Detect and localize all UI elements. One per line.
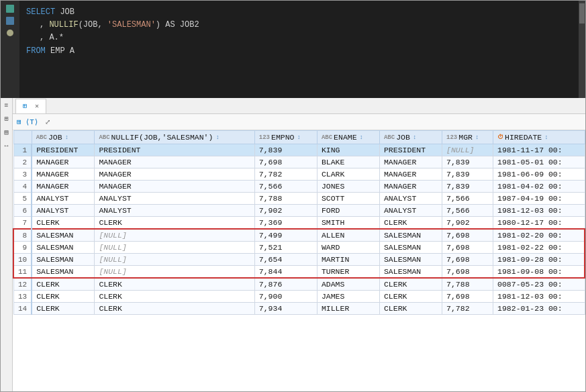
col-header-empno[interactable]: 123 EMPNO ↕	[254, 131, 317, 144]
gutter-icon-rows: ≡	[2, 101, 11, 110]
row-number: 4	[13, 181, 32, 193]
cell-job: MANAGER	[32, 168, 95, 181]
cell-job2: ANALYST	[379, 193, 442, 205]
table-row[interactable]: 5ANALYSTANALYST7,788SCOTTANALYST7,566198…	[13, 193, 585, 205]
table-row[interactable]: 10SALESMAN[NULL]7,654MARTINSALESMAN7,698…	[13, 254, 585, 266]
cell-hiredate: 1980-12-17 00:	[493, 217, 585, 230]
cell-mgr: 7,566	[442, 205, 493, 217]
cell-job2: SALESMAN	[379, 254, 442, 266]
cell-nullif: [NULL]	[95, 229, 254, 242]
cell-empno: 7,788	[254, 193, 317, 205]
table-row[interactable]: 13CLERKCLERK7,900JAMESCLERK7,6981981-12-…	[13, 291, 585, 303]
table-row[interactable]: 1PRESIDENTPRESIDENT7,839KINGPRESIDENT[NU…	[13, 144, 585, 156]
table-row[interactable]: 8SALESMAN[NULL]7,499ALLENSALESMAN7,69819…	[13, 229, 585, 242]
col-header-hiredate[interactable]: ⏱ HIREDATE ↕	[493, 131, 585, 144]
cell-empno: 7,902	[254, 205, 317, 217]
gutter-icon-1	[5, 3, 15, 14]
expand-icon[interactable]: ⤢	[45, 118, 50, 126]
cell-empno: 7,900	[254, 291, 317, 303]
cell-nullif: CLERK	[95, 217, 254, 230]
svg-rect-0	[6, 5, 14, 13]
table-row[interactable]: 3MANAGERMANAGER7,782CLARKMANAGER7,839198…	[13, 168, 585, 181]
gutter-icon-chart: ↔	[2, 141, 11, 150]
cell-job: PRESIDENT	[32, 144, 95, 156]
cell-empno: 7,499	[254, 229, 317, 242]
cell-nullif: CLERK	[95, 291, 254, 303]
cell-job2: SALESMAN	[379, 229, 442, 242]
cell-job: CLERK	[32, 303, 95, 315]
table-row[interactable]: 2MANAGERMANAGER7,698BLAKEMANAGER7,839198…	[13, 156, 585, 168]
cell-mgr: 7,839	[442, 168, 493, 181]
cell-job: SALESMAN	[32, 229, 95, 242]
cell-job2: ANALYST	[379, 205, 442, 217]
row-number: 1	[13, 144, 32, 156]
gutter-icon-3	[5, 28, 15, 38]
col-header-nullif[interactable]: ABC NULLIF(JOB,'SALESMAN') ↕	[95, 131, 254, 144]
cell-mgr: [NULL]	[442, 144, 493, 156]
result-tab[interactable]: ⊞ ✕	[15, 99, 46, 113]
editor-gutter	[1, 1, 19, 98]
cell-job2: MANAGER	[379, 181, 442, 193]
cell-ename: BLAKE	[317, 156, 379, 168]
table-row[interactable]: 9SALESMAN[NULL]7,521WARDSALESMAN7,698198…	[13, 242, 585, 254]
table-row[interactable]: 14CLERKCLERK7,934MILLERCLERK7,7821982-01…	[13, 303, 585, 315]
cell-hiredate: 1987-04-19 00:	[493, 193, 585, 205]
editor-scrollbar[interactable]	[579, 1, 585, 98]
cell-job2: CLERK	[379, 278, 442, 291]
row-number: 13	[13, 291, 32, 303]
table-row[interactable]: 12CLERKCLERK7,876ADAMSCLERK7,7880087-05-…	[13, 278, 585, 291]
cell-hiredate: 1981-11-17 00:	[493, 144, 585, 156]
editor-scrollbar-thumb[interactable]	[579, 3, 585, 23]
row-number: 2	[13, 156, 32, 168]
row-number: 5	[13, 193, 32, 205]
row-number: 10	[13, 254, 32, 266]
cell-nullif: MANAGER	[95, 168, 254, 181]
cell-ename: TURNER	[317, 266, 379, 279]
cell-mgr: 7,698	[442, 242, 493, 254]
col-header-job[interactable]: ABC JOB ↕	[32, 131, 95, 144]
cell-nullif: CLERK	[95, 278, 254, 291]
cell-job: SALESMAN	[32, 254, 95, 266]
cell-job2: CLERK	[379, 291, 442, 303]
cell-job2: CLERK	[379, 217, 442, 230]
cell-ename: MARTIN	[317, 254, 379, 266]
row-number: 6	[13, 205, 32, 217]
cell-empno: 7,844	[254, 266, 317, 279]
col-header-job2[interactable]: ABC JOB ↕	[379, 131, 442, 144]
gutter-icon-grid: ⊞	[2, 114, 11, 124]
col-header-ename[interactable]: ABC ENAME ↕	[317, 131, 379, 144]
col-header-mgr[interactable]: 123 MGR ↕	[442, 131, 493, 144]
cell-ename: JAMES	[317, 291, 379, 303]
cell-mgr: 7,698	[442, 291, 493, 303]
cell-nullif: [NULL]	[95, 254, 254, 266]
row-num-header	[13, 131, 32, 144]
table-row[interactable]: 11SALESMAN[NULL]7,844TURNERSALESMAN7,698…	[13, 266, 585, 279]
cell-mgr: 7,698	[442, 254, 493, 266]
table-header-row: ABC JOB ↕ ABC NULLIF(JOB,'SALESMAN') ↕	[13, 131, 585, 144]
cell-ename: MILLER	[317, 303, 379, 315]
cell-job2: SALESMAN	[379, 266, 442, 279]
table-row[interactable]: 7CLERKCLERK7,369SMITHCLERK7,9021980-12-1…	[13, 217, 585, 230]
cell-nullif: [NULL]	[95, 266, 254, 279]
cell-hiredate: 1981-02-22 00:	[493, 242, 585, 254]
cell-mgr: 7,788	[442, 278, 493, 291]
cell-hiredate: 1981-09-28 00:	[493, 254, 585, 266]
cell-hiredate: 1981-02-20 00:	[493, 229, 585, 242]
result-table: ABC JOB ↕ ABC NULLIF(JOB,'SALESMAN') ↕	[13, 130, 585, 315]
main-area: ≡ ⊞ ▤ ↔ ⊞ ✕ ⊞ ⟨T⟩ ⤢	[1, 98, 585, 392]
table-row[interactable]: 4MANAGERMANAGER7,566JONESMANAGER7,839198…	[13, 181, 585, 193]
editor-code[interactable]: SELECT JOB , NULLIF(JOB, 'SALESMAN') AS …	[19, 1, 585, 98]
table-row[interactable]: 6ANALYSTANALYST7,902FORDANALYST7,5661981…	[13, 205, 585, 217]
cell-job: CLERK	[32, 217, 95, 230]
result-table-container[interactable]: ABC JOB ↕ ABC NULLIF(JOB,'SALESMAN') ↕	[13, 130, 585, 392]
result-tab-icon: ⊞	[23, 102, 27, 110]
cell-ename: CLARK	[317, 168, 379, 181]
table-body: 1PRESIDENTPRESIDENT7,839KINGPRESIDENT[NU…	[13, 144, 585, 315]
cell-empno: 7,934	[254, 303, 317, 315]
cell-ename: FORD	[317, 205, 379, 217]
cell-ename: KING	[317, 144, 379, 156]
result-tab-close[interactable]: ✕	[35, 102, 39, 110]
cell-hiredate: 1982-01-23 00:	[493, 303, 585, 315]
cell-ename: WARD	[317, 242, 379, 254]
cell-job: SALESMAN	[32, 242, 95, 254]
